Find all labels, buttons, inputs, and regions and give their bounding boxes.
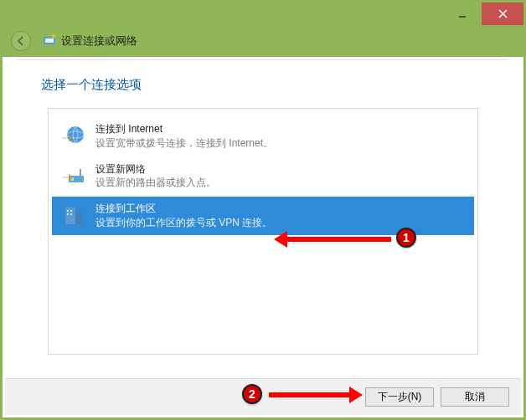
- svg-rect-16: [70, 213, 72, 215]
- annotation-badge-2: 2: [242, 384, 262, 404]
- network-icon: [43, 33, 56, 49]
- svg-rect-12: [75, 213, 82, 224]
- minimize-button[interactable]: [443, 3, 482, 25]
- svg-rect-15: [67, 213, 69, 215]
- option-new-network[interactable]: 设置新网络 设置新的路由器或接入点。: [52, 157, 474, 196]
- globe-icon: [60, 123, 87, 150]
- svg-rect-4: [45, 38, 54, 43]
- option-desc: 设置新的路由器或接入点。: [95, 176, 216, 190]
- svg-point-5: [52, 33, 56, 38]
- titlebar: [3, 3, 523, 25]
- annotation-badge-1: 1: [396, 228, 416, 248]
- option-title: 连接到 Internet: [95, 122, 273, 136]
- window-title: 设置连接或网络: [61, 33, 137, 49]
- router-icon: [60, 162, 87, 189]
- back-button[interactable]: [11, 31, 31, 51]
- next-button[interactable]: 下一步(N): [365, 387, 434, 407]
- option-desc: 设置宽带或拨号连接，连接到 Internet。: [95, 136, 273, 151]
- footer-bar: 下一步(N) 取消: [5, 378, 521, 415]
- window-frame: 设置连接或网络 选择一个连接选项 连接到 Internet 设置宽带或拨号连接，…: [0, 0, 526, 420]
- annotation-arrow-1: [274, 231, 391, 248]
- page-heading: 选择一个连接选项: [18, 60, 508, 108]
- option-desc: 设置到你的工作区的拨号或 VPN 连接。: [95, 216, 272, 230]
- option-title: 连接到工作区: [95, 202, 272, 216]
- annotation-arrow-2: [269, 387, 363, 403]
- close-button[interactable]: [482, 3, 523, 25]
- svg-rect-14: [70, 210, 72, 212]
- content-area: 选择一个连接选项 连接到 Internet 设置宽带或拨号连接，连接到 Inte…: [18, 59, 508, 376]
- option-title: 设置新网络: [95, 162, 216, 177]
- building-icon: [60, 202, 87, 229]
- header-bar: 设置连接或网络: [3, 25, 523, 57]
- svg-rect-13: [67, 210, 69, 212]
- option-connect-internet[interactable]: 连接到 Internet 设置宽带或拨号连接，连接到 Internet。: [52, 117, 474, 156]
- cancel-button[interactable]: 取消: [441, 387, 509, 407]
